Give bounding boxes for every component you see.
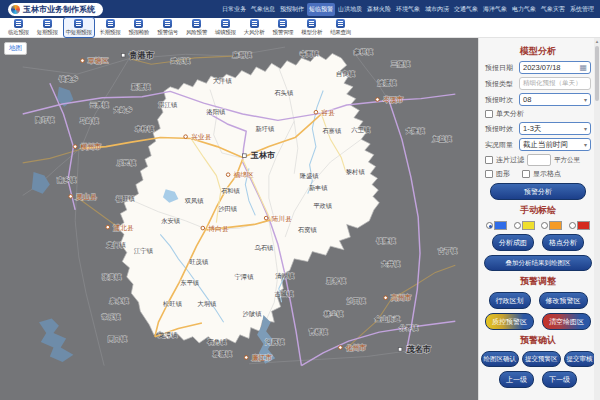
top-nav-item[interactable]: 城市内涝 [423, 3, 451, 16]
tab-item[interactable]: 大风分析 [241, 17, 268, 38]
tab-item[interactable]: 长期预报 [97, 17, 124, 38]
modify-warning-area-button[interactable]: 修改预警区 [539, 292, 588, 309]
map-label: 三堡镇 [391, 60, 411, 67]
filter-area-input[interactable] [527, 154, 551, 166]
forecast-date-label: 预报日期 [485, 63, 519, 73]
top-nav-item[interactable]: 预报制作 [278, 3, 306, 16]
map-label: 林尘镇 [323, 310, 344, 317]
map-label: 福旺镇 [116, 195, 136, 203]
map-label: 官桥镇 [309, 328, 329, 335]
draw-color-option[interactable] [541, 221, 562, 230]
grid-checkbox[interactable] [522, 170, 530, 178]
adjust-buttons-row-1: 行政区划 修改预警区 [484, 292, 592, 309]
analysis-panel: 模型分析 预报日期 2023/07/18 ▦ 预报类型 精细化预报（单天） 预报… [478, 38, 600, 400]
map-label: 象棋镇 [354, 48, 374, 55]
tab-icon [192, 19, 201, 28]
top-nav-item[interactable]: 系统管理 [568, 3, 596, 16]
map-canvas[interactable]: 贵港市玉林市茂名市覃塘区横州市灵山县浦北县兴业县容县福绵区陆川县博白县岑溪市高州… [0, 38, 478, 400]
grid-analysis-button[interactable]: 格点分析 [542, 234, 584, 251]
tab-item[interactable]: 城镇预报 [212, 17, 239, 38]
top-nav-item[interactable]: 交通气象 [452, 3, 480, 16]
rain-select[interactable]: 截止当前时间 ▾ [519, 138, 591, 151]
tab-item[interactable]: 风险预警 [183, 17, 210, 38]
single-day-checkbox[interactable] [485, 110, 493, 118]
analysis-image-button[interactable]: 分析成图 [492, 234, 534, 251]
tab-item[interactable]: 结果查询 [327, 17, 354, 38]
confirm-draw-area-button[interactable]: 绘图区确认 [481, 351, 520, 367]
forecast-time-select[interactable]: 08 ▾ [519, 93, 591, 106]
city-marker-icon [243, 154, 247, 158]
tab-icon [163, 19, 172, 28]
top-nav-item[interactable]: 电力气象 [510, 3, 538, 16]
admin-division-button[interactable]: 行政区划 [489, 292, 531, 309]
qc-warning-area-button[interactable]: 质控预警区 [485, 313, 534, 330]
tab-label: 预警管理 [273, 29, 294, 36]
map-label: 马岭镇 [80, 117, 100, 124]
tab-item[interactable]: 预报检验 [125, 17, 152, 38]
map-label: 贵港市 [128, 50, 153, 60]
scrollbar-thumb[interactable] [595, 46, 599, 101]
tab-item[interactable]: 模型分析 [298, 17, 325, 38]
top-nav-item[interactable]: 海洋气象 [481, 3, 509, 16]
top-nav: 日常业务气象信息预报制作短临预警山洪地质森林火险环境气象城市内涝交通气象海洋气象… [220, 3, 596, 16]
map-label: 永安镇 [161, 217, 181, 224]
map-road [23, 147, 83, 196]
map-label: 大垌镇 [197, 300, 217, 307]
map-label: 河唇镇 [265, 338, 285, 346]
county-marker-icon [376, 98, 380, 102]
map-label: 沙田镇 [347, 297, 367, 305]
top-nav-item[interactable]: 日常业务 [220, 3, 248, 16]
map-label: 陶圩镇 [35, 116, 55, 124]
map-label: 陆川县 [272, 215, 293, 222]
adjust-buttons-row-2: 质控预警区 清空绘图区 [484, 313, 592, 330]
draw-color-option[interactable] [486, 221, 507, 230]
tab-item[interactable]: 临近预报 [5, 17, 32, 38]
forecast-type-value: 精细化预报（单天） [523, 79, 582, 88]
map-label: 黎村镇 [346, 168, 366, 176]
map-label: 大岭乡 [113, 106, 133, 113]
graphic-checkbox[interactable] [485, 170, 493, 178]
draw-color-option[interactable] [569, 221, 590, 230]
map-label: 镇隆镇 [376, 237, 397, 244]
map-label: 博白县 [208, 225, 229, 233]
map-label: 覃塘区 [88, 57, 109, 65]
warning-analysis-button[interactable]: 预警分析 [490, 183, 586, 200]
top-nav-item[interactable]: 短临预警 [307, 3, 335, 16]
map-label: 平政镇 [313, 202, 333, 209]
clear-draw-area-button[interactable]: 清空绘图区 [542, 313, 591, 330]
top-nav-item[interactable]: 气象灾害 [539, 3, 567, 16]
submit-review-button[interactable]: 提交审核 [564, 351, 596, 367]
forecast-date-input[interactable]: 2023/07/18 ▦ [519, 61, 591, 74]
prev-level-button[interactable]: 上一级 [499, 371, 534, 388]
top-nav-item[interactable]: 森林火险 [365, 3, 393, 16]
app-logo-icon [11, 5, 20, 14]
submit-warning-area-button[interactable]: 提交预警区 [522, 351, 561, 367]
tab-item[interactable]: 短期预报 [34, 17, 61, 38]
tab-label: 短期预报 [37, 29, 58, 36]
top-nav-item[interactable]: 气象信息 [249, 3, 277, 16]
validity-select[interactable]: 1-3天 ▾ [519, 122, 591, 135]
filter-checkbox[interactable] [485, 156, 493, 164]
map-label: 玉林市 [250, 150, 275, 160]
tab-item[interactable]: 预警信号 [154, 17, 181, 38]
map-label: 浦北县 [113, 224, 134, 232]
top-nav-item[interactable]: 山洪地质 [336, 3, 364, 16]
map-type-control[interactable]: 地图 [4, 42, 27, 55]
next-level-button[interactable]: 下一级 [542, 371, 577, 388]
map-label: 闸口镇 [108, 335, 128, 343]
overlay-result-button[interactable]: 叠加分析结果到绘图区 [484, 255, 592, 271]
confirm-buttons-row: 绘图区确认 提交预警区 提交审核 [484, 351, 592, 367]
map-label: 新塘镇 [131, 83, 151, 91]
chevron-down-icon: ▾ [584, 141, 587, 148]
draw-color-options [486, 221, 590, 230]
panel-scrollbar[interactable]: ▴ [594, 38, 600, 400]
tab-bar: 临近预报短期预报中短期预报长期预报预报检验预警信号风险预警城镇预报大风分析预警管… [0, 18, 600, 38]
forecast-time-row: 预报时次 08 ▾ [485, 93, 591, 106]
tab-item[interactable]: 预警管理 [270, 17, 297, 38]
map-label: 东平镇 [180, 279, 200, 286]
draw-color-option[interactable] [514, 221, 535, 230]
map-label: 加益镇 [433, 135, 453, 142]
tab-item[interactable]: 中短期预报 [63, 17, 95, 38]
top-nav-item[interactable]: 环境气象 [394, 3, 422, 16]
tab-label: 城镇预报 [215, 29, 236, 36]
